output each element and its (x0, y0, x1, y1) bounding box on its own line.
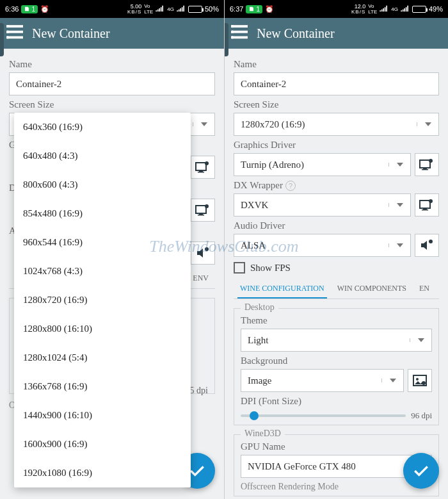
svg-point-32 (422, 381, 426, 385)
sim-badge: 1 (21, 5, 38, 13)
audio-driver-select[interactable]: ALSA (234, 234, 411, 257)
svg-point-31 (416, 378, 419, 380)
signal-icon (156, 5, 164, 13)
slider-thumb[interactable] (250, 411, 259, 420)
dropdown-option[interactable]: 1024x768 (4:3) (14, 257, 191, 286)
dropdown-option[interactable]: 1920x1080 (16:9) (14, 459, 191, 487)
app-bar: New Container (225, 18, 448, 49)
network-speed: 5.00 KB/S (127, 4, 141, 15)
svg-rect-12 (198, 215, 204, 216)
battery-icon (188, 6, 202, 13)
svg-point-13 (205, 204, 209, 208)
graphics-driver-label: Graphics Driver (234, 140, 439, 151)
name-input[interactable] (9, 72, 215, 95)
checkbox-icon (234, 262, 245, 274)
audio-settings-button[interactable] (415, 234, 439, 257)
dropdown-option[interactable]: 640x480 (4:3) (14, 142, 191, 170)
svg-rect-8 (198, 172, 204, 173)
svg-rect-26 (423, 208, 427, 209)
alarm-icon: ⏰ (40, 5, 49, 13)
menu-icon[interactable] (231, 25, 248, 42)
svg-rect-23 (422, 169, 428, 170)
tab-env[interactable]: ENV (186, 267, 215, 288)
app-bar: New Container (0, 18, 224, 49)
chevron-down-icon (388, 203, 410, 207)
dropdown-option[interactable]: 640x360 (16:9) (14, 113, 191, 142)
dropdown-option[interactable]: 1366x768 (16:9) (14, 372, 191, 401)
chevron-down-icon (417, 122, 438, 126)
dpi-value: 96 dpi (411, 411, 432, 421)
graphics-driver-select[interactable]: Turnip (Adreno) (234, 153, 411, 176)
dropdown-option[interactable]: 800x600 (4:3) (14, 170, 191, 199)
alarm-icon: ⏰ (265, 5, 274, 13)
dropdown-option[interactable]: 960x544 (16:9) (14, 228, 191, 257)
theme-select[interactable]: Light (241, 329, 432, 352)
sim-badge: 1 (246, 5, 262, 13)
chevron-down-icon (193, 122, 214, 126)
signal-icon-2 (177, 5, 186, 13)
group-wined3d-title: WineD3D (241, 429, 285, 439)
svg-point-14 (205, 247, 209, 251)
svg-point-3 (6, 25, 9, 28)
dropdown-option[interactable]: 1600x900 (16:9) (14, 430, 191, 459)
audio-driver-label: Audio Driver (234, 220, 439, 231)
dropdown-option[interactable]: 1440x900 (16:10) (14, 401, 191, 430)
svg-point-19 (231, 31, 234, 33)
signal-icon (380, 5, 388, 13)
menu-icon[interactable] (6, 25, 23, 42)
page-title: New Container (32, 26, 110, 41)
status-bar: 6:36 1 ⏰ 5.00 KB/S VoLTE 4G 50% (0, 0, 224, 18)
volte-icon: VoLTE (144, 3, 153, 15)
dpi-slider[interactable] (241, 414, 406, 417)
status-bar: 6:37 1 ⏰ 12.0 KB/S VoLTE 4G 49% (225, 0, 448, 18)
svg-rect-25 (420, 200, 430, 208)
svg-point-29 (429, 240, 433, 243)
offscreen-label: Offscreen Rendering Mode (241, 482, 432, 492)
dx-settings-button[interactable] (415, 193, 439, 217)
tab-win-components[interactable]: WIN COMPONENTS (331, 277, 413, 299)
dx-wrapper-label: DX Wrapper ? (234, 180, 439, 191)
svg-point-4 (6, 31, 9, 33)
screen-size-dropdown: 640x360 (16:9) 640x480 (4:3) 800x600 (4:… (14, 113, 191, 487)
dx-wrapper-select[interactable]: DXVK (234, 193, 411, 217)
svg-point-5 (6, 36, 9, 38)
audio-settings-icon-btn[interactable] (191, 241, 215, 265)
pick-image-button[interactable] (408, 369, 432, 392)
signal-icon-2 (401, 5, 410, 13)
network-speed: 12.0 KB/S (351, 4, 365, 15)
dropdown-option[interactable]: 1280x720 (16:9) (14, 286, 191, 315)
group-desktop: Desktop Theme Light Background Image (234, 308, 439, 425)
side-handle[interactable] (225, 23, 228, 56)
svg-rect-7 (199, 170, 203, 172)
network-4g-icon: 4G (167, 6, 174, 12)
dropdown-option[interactable]: 1280x1024 (5:4) (14, 343, 191, 372)
name-label: Name (9, 59, 215, 70)
svg-point-20 (231, 36, 234, 38)
dropdown-option[interactable]: 1280x800 (16:10) (14, 315, 191, 343)
tab-wine-configuration[interactable]: WINE CONFIGURATION (234, 277, 331, 299)
chevron-down-icon (410, 338, 431, 342)
graphics-settings-button[interactable] (415, 153, 439, 176)
status-time: 6:37 (230, 5, 243, 13)
background-label: Background (241, 356, 432, 366)
theme-label: Theme (241, 315, 432, 326)
svg-rect-22 (423, 168, 427, 169)
screen-size-label: Screen Size (234, 99, 439, 110)
help-icon[interactable]: ? (285, 181, 296, 191)
name-input[interactable] (234, 72, 439, 95)
tab-env[interactable]: EN (413, 277, 436, 299)
show-fps-checkbox[interactable]: Show FPS (234, 262, 439, 274)
background-select[interactable]: Image (241, 369, 404, 392)
battery-icon (412, 6, 426, 13)
side-handle[interactable] (0, 23, 4, 56)
screen-size-select[interactable]: 1280x720 (16:9) (234, 113, 439, 136)
settings-icon-btn[interactable] (191, 199, 215, 222)
screen-size-label: Screen Size (9, 99, 215, 110)
svg-rect-27 (422, 209, 428, 211)
dropdown-option[interactable]: 854x480 (16:9) (14, 199, 191, 228)
battery-pct: 50% (205, 5, 219, 13)
svg-rect-11 (199, 213, 203, 215)
settings-icon-btn[interactable] (191, 156, 215, 179)
confirm-fab[interactable] (403, 453, 439, 489)
group-desktop-title: Desktop (241, 302, 278, 313)
